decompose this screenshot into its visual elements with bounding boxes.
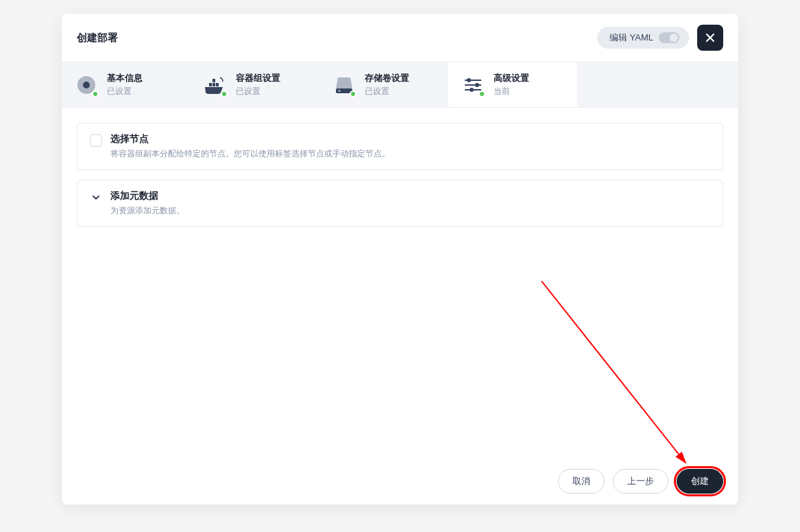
header-actions: 编辑 YAML [597,25,723,51]
step-status: 已设置 [365,86,409,97]
step-label: 基本信息 [107,72,143,84]
close-icon [704,32,716,44]
step-status: 已设置 [107,86,143,97]
step-status: 已设置 [236,86,280,97]
card-title: 选择节点 [110,133,710,145]
modal-footer: 取消 上一步 创建 [62,458,738,505]
svg-point-1 [83,82,90,88]
select-node-checkbox[interactable] [90,134,102,147]
svg-point-7 [339,90,341,92]
record-icon [74,73,99,97]
close-button[interactable] [697,25,723,51]
step-pod-settings[interactable]: 容器组设置 已设置 [191,62,319,107]
step-advanced[interactable]: 高级设置 当前 [448,62,577,107]
ship-icon [203,73,228,97]
card-description: 将容器组副本分配给特定的节点。您可以使用标签选择节点或手动指定节点。 [110,148,710,160]
yaml-label: 编辑 YAML [609,32,653,44]
select-node-card[interactable]: 选择节点 将容器组副本分配给特定的节点。您可以使用标签选择节点或手动指定节点。 [77,123,723,170]
modal-header: 创建部署 编辑 YAML [62,14,738,62]
svg-rect-2 [209,83,212,86]
previous-button[interactable]: 上一步 [613,469,668,494]
card-description: 为资源添加元数据。 [110,205,710,217]
svg-point-9 [467,78,471,82]
disk-icon [332,73,356,97]
svg-rect-4 [216,83,219,86]
svg-rect-5 [213,79,215,82]
wizard-steps: 基本信息 已设置 容器组设置 已设置 存储卷设置 已设置 [62,62,738,108]
create-deployment-modal: 创建部署 编辑 YAML 基本信息 已设置 [62,14,738,505]
create-button[interactable]: 创建 [677,469,723,494]
cancel-button[interactable]: 取消 [558,469,605,494]
svg-point-11 [475,83,479,87]
step-status: 当前 [494,86,529,97]
modal-title: 创建部署 [77,32,118,45]
svg-point-13 [470,88,474,92]
step-label: 容器组设置 [236,72,280,84]
step-storage[interactable]: 存储卷设置 已设置 [319,62,448,107]
svg-rect-3 [213,83,215,86]
step-label: 高级设置 [494,72,529,84]
card-title: 添加元数据 [110,190,710,202]
modal-content: 选择节点 将容器组副本分配给特定的节点。您可以使用标签选择节点或手动指定节点。 … [62,108,738,458]
sliders-icon [461,73,485,97]
edit-yaml-toggle[interactable]: 编辑 YAML [597,27,689,49]
step-label: 存储卷设置 [365,72,409,84]
chevron-down-icon[interactable] [90,191,102,204]
step-basic-info[interactable]: 基本信息 已设置 [62,62,191,107]
metadata-card[interactable]: 添加元数据 为资源添加元数据。 [77,180,723,227]
toggle-switch-icon [659,32,679,43]
